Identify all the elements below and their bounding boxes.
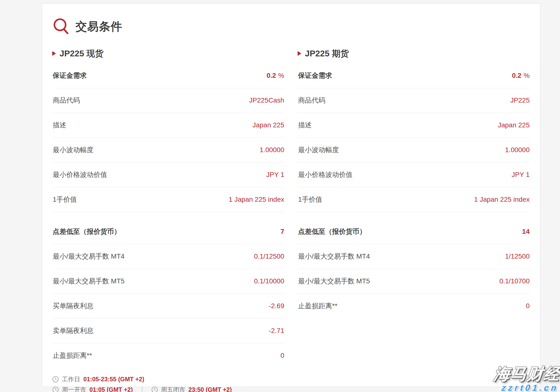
- row-value: 14: [522, 228, 530, 235]
- table-row: 商品代码JP225: [298, 88, 530, 113]
- table-row: 止盈损距离**0: [298, 294, 530, 318]
- table-row: 最小价格波动价值JPY 1: [52, 163, 285, 187]
- friday-close-label: 周五闭市: [161, 386, 185, 392]
- row-label: 点差低至（报价货币）: [53, 227, 121, 236]
- section-header-label: JP225 期货: [305, 48, 349, 59]
- row-label: 商品代码: [53, 96, 80, 105]
- trading-conditions-card: 交易条件 JP225 现货保证金需求0.2%商品代码JP225Cash描述Jap…: [42, 3, 540, 387]
- row-value: -2.71: [269, 327, 284, 335]
- table-row: 卖单隔夜利息-2.71: [52, 319, 285, 343]
- table-row: 最小价格波动价值JPY 1: [298, 163, 530, 187]
- trading-hours-block: 工作日 01:05-23:55 (GMT +2) 周一开市 01:05 (GMT…: [52, 375, 530, 392]
- row-label: 最小价格波动价值: [298, 170, 352, 179]
- table-row: 最小波动幅度1.00000: [52, 138, 285, 163]
- table-row: 1手价值1 Japan 225 index: [52, 187, 285, 212]
- section-header-label: JP225 现货: [60, 48, 103, 59]
- row-label: 点差低至（报价货币）: [298, 227, 366, 236]
- instrument-column-futures: JP225 期货保证金需求0.2%商品代码JP225描述Japan 225最小波…: [298, 48, 530, 368]
- clock-icon: [52, 376, 59, 382]
- row-label: 描述: [298, 121, 312, 130]
- row-label: 买单隔夜利息: [53, 301, 93, 311]
- row-value: 0: [280, 352, 284, 359]
- row-value: Japan 225: [498, 121, 530, 129]
- table-row: 描述Japan 225: [298, 113, 530, 138]
- table-row: 点差低至（报价货币）14: [298, 220, 530, 244]
- row-value: 0.1/10700: [499, 277, 530, 285]
- row-value: 0.1/10000: [254, 277, 284, 285]
- row-label: 最小/最大交易手数 MT4: [53, 252, 125, 261]
- row-value: JPY 1: [512, 171, 530, 179]
- row-value: 0.1/12500: [254, 252, 284, 260]
- row-value: 1/12500: [505, 252, 530, 260]
- table-row: 点差低至（报价货币）7: [52, 220, 285, 244]
- row-label: 卖单隔夜利息: [53, 326, 93, 335]
- table-row: 描述Japan 225: [52, 113, 285, 138]
- clock-icon: [52, 386, 59, 392]
- table-row: 最小/最大交易手数 MT40.1/12500: [52, 244, 285, 269]
- friday-close-time: 23:50 (GMT +2): [189, 386, 232, 392]
- section-header: JP225 现货: [52, 48, 285, 59]
- page-background: 交易条件 JP225 现货保证金需求0.2%商品代码JP225Cash描述Jap…: [0, 0, 560, 392]
- row-label: 商品代码: [298, 96, 325, 105]
- instrument-columns: JP225 现货保证金需求0.2%商品代码JP225Cash描述Japan 22…: [52, 48, 530, 368]
- row-value: 1.00000: [260, 146, 284, 154]
- table-row: 最小/最大交易手数 MT41/12500: [298, 244, 530, 269]
- monday-open-label: 周一开市: [62, 386, 86, 392]
- row-value: JPY 1: [266, 171, 284, 179]
- row-label: 1手价值: [298, 195, 322, 204]
- row-label: 最小波动幅度: [53, 145, 93, 155]
- row-label: 最小价格波动价值: [53, 170, 107, 179]
- row-value: JP225: [510, 97, 530, 104]
- table-row: 1手价值1 Japan 225 index: [298, 187, 530, 212]
- conditions-table: 点差低至（报价货币）7最小/最大交易手数 MT40.1/12500最小/最大交易…: [52, 220, 285, 368]
- row-label: 保证金需求: [53, 71, 87, 80]
- row-value: Japan 225: [252, 121, 284, 129]
- row-value: 7: [280, 228, 284, 235]
- table-row: 最小/最大交易手数 MT50.1/10000: [52, 269, 285, 294]
- conditions-table: 保证金需求0.2%商品代码JP225Cash描述Japan 225最小波动幅度1…: [52, 63, 285, 212]
- row-value: 1.00000: [505, 146, 530, 154]
- table-row: 最小/最大交易手数 MT50.1/10700: [298, 269, 530, 294]
- row-label: 1手价值: [53, 195, 77, 204]
- row-label: 最小/最大交易手数 MT5: [298, 277, 370, 286]
- conditions-table: 保证金需求0.2%商品代码JP225描述Japan 225最小波动幅度1.000…: [298, 63, 530, 212]
- weekday-time: 01:05-23:55 (GMT +2): [83, 376, 144, 383]
- row-value: 1 Japan 225 index: [474, 196, 530, 203]
- open-close-hours-line: 周一开市 01:05 (GMT +2) 周五闭市 23:50 (GMT +2): [52, 386, 530, 392]
- row-label: 最小/最大交易手数 MT4: [298, 252, 370, 261]
- row-label: 最小/最大交易手数 MT5: [53, 277, 125, 286]
- row-value: 0.2%: [512, 72, 530, 80]
- table-row: 保证金需求0.2%: [298, 63, 530, 88]
- search-icon: [53, 18, 69, 35]
- row-value: 0: [526, 302, 530, 310]
- table-row: 保证金需求0.2%: [52, 63, 285, 88]
- triangle-marker-icon: [298, 51, 301, 56]
- page-title-row: 交易条件: [53, 18, 530, 35]
- section-header: JP225 期货: [298, 48, 530, 59]
- row-label: 止盈损距离**: [298, 301, 338, 311]
- conditions-table: 点差低至（报价货币）14最小/最大交易手数 MT41/12500最小/最大交易手…: [298, 220, 530, 318]
- table-row: 买单隔夜利息-2.69: [52, 294, 285, 319]
- row-label: 止盈损距离**: [53, 351, 92, 360]
- row-value-suffix: %: [524, 72, 530, 79]
- table-row: 最小波动幅度1.00000: [298, 138, 530, 163]
- row-value: -2.69: [269, 302, 284, 310]
- row-value: 1 Japan 225 index: [229, 196, 284, 203]
- triangle-marker-icon: [52, 51, 56, 56]
- row-value-suffix: %: [278, 72, 284, 79]
- row-value: JP225Cash: [249, 97, 284, 104]
- table-row: 商品代码JP225Cash: [52, 88, 285, 113]
- row-label: 描述: [53, 121, 66, 130]
- weekday-hours-line: 工作日 01:05-23:55 (GMT +2): [52, 375, 530, 383]
- instrument-column-spot: JP225 现货保证金需求0.2%商品代码JP225Cash描述Japan 22…: [52, 48, 285, 368]
- table-row: 止盈损距离**0: [52, 343, 285, 368]
- monday-open-time: 01:05 (GMT +2): [90, 386, 133, 392]
- weekday-label: 工作日: [62, 375, 80, 383]
- clock-icon: [151, 386, 158, 392]
- row-label: 保证金需求: [298, 71, 332, 80]
- page-title: 交易条件: [76, 19, 122, 34]
- divider: [142, 386, 142, 392]
- row-value: 0.2%: [267, 72, 284, 80]
- row-label: 最小波动幅度: [298, 145, 339, 155]
